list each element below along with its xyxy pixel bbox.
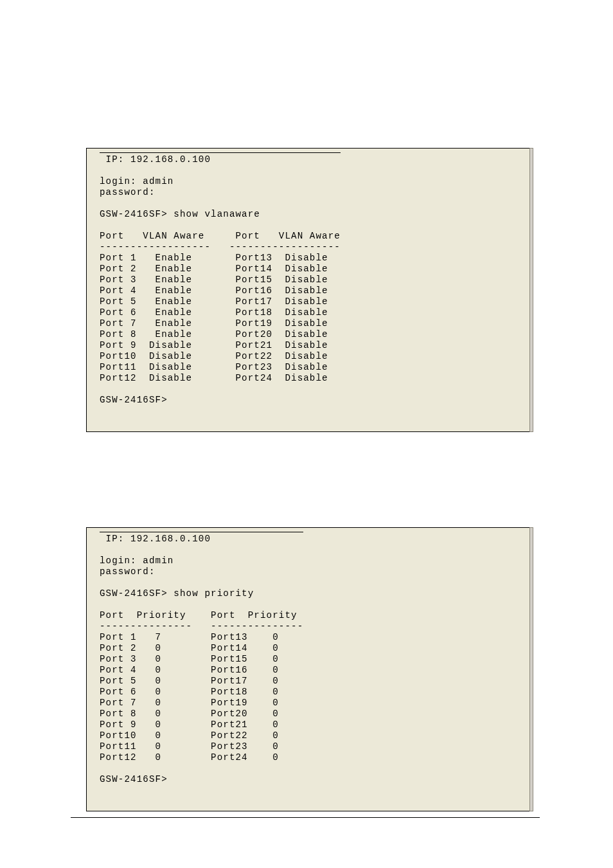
ip-line: IP: 192.168.0.100 — [100, 534, 303, 545]
table-row: Port 5 Enable Port17 Disable — [100, 296, 341, 307]
login-line: login: admin — [100, 556, 303, 566]
table-row: Port11 Disable Port23 Disable — [100, 362, 341, 373]
table-row: Port 2 0 Port14 0 — [100, 643, 303, 654]
table-row: Port 4 0 Port16 0 — [100, 665, 303, 676]
terminal-window-priority: IP: 192.168.0.100 login: admin password:… — [86, 527, 531, 811]
table-row: Port 9 Disable Port21 Disable — [100, 340, 341, 351]
password-line: password: — [100, 566, 303, 577]
table-row: Port 3 0 Port15 0 — [100, 654, 303, 665]
table-divider: --------------- --------------- — [100, 621, 303, 632]
command-line: GSW-2416SF> show priority — [100, 588, 303, 599]
table-row: Port11 0 Port23 0 — [100, 741, 303, 752]
table-row: Port 6 0 Port18 0 — [100, 687, 303, 698]
page-footer-rule — [71, 817, 540, 818]
prompt-line: GSW-2416SF> — [100, 774, 303, 785]
table-row: Port 3 Enable Port15 Disable — [100, 275, 341, 285]
table-row: Port 5 0 Port17 0 — [100, 676, 303, 687]
login-line: login: admin — [100, 176, 341, 187]
table-row: Port 6 Enable Port18 Disable — [100, 307, 341, 318]
ip-line: IP: 192.168.0.100 — [100, 154, 341, 165]
table-header: Port VLAN Aware Port VLAN Aware — [100, 231, 341, 242]
table-row: Port 7 Enable Port19 Disable — [100, 318, 341, 329]
terminal-content: IP: 192.168.0.100 login: admin password:… — [100, 152, 341, 406]
table-divider: ------------------ ------------------ — [100, 242, 341, 253]
table-row: Port10 Disable Port22 Disable — [100, 351, 341, 362]
table-row: Port10 0 Port22 0 — [100, 730, 303, 741]
table-row: Port 7 0 Port19 0 — [100, 698, 303, 709]
command-line: GSW-2416SF> show vlanaware — [100, 209, 341, 220]
table-row: Port12 0 Port24 0 — [100, 752, 303, 763]
prompt-line: GSW-2416SF> — [100, 395, 341, 406]
table-row: Port 8 Enable Port20 Disable — [100, 329, 341, 340]
terminal-window-vlanaware: IP: 192.168.0.100 login: admin password:… — [86, 148, 531, 432]
terminal-content: IP: 192.168.0.100 login: admin password:… — [100, 532, 303, 785]
table-row: Port 1 7 Port13 0 — [100, 632, 303, 643]
table-row: Port 4 Enable Port16 Disable — [100, 285, 341, 296]
password-line: password: — [100, 187, 341, 198]
table-row: Port 8 0 Port20 0 — [100, 709, 303, 719]
table-row: Port12 Disable Port24 Disable — [100, 373, 341, 384]
table-header: Port Priority Port Priority — [100, 610, 303, 621]
table-row: Port 9 0 Port21 0 — [100, 719, 303, 730]
table-row: Port 1 Enable Port13 Disable — [100, 253, 341, 264]
table-row: Port 2 Enable Port14 Disable — [100, 264, 341, 275]
